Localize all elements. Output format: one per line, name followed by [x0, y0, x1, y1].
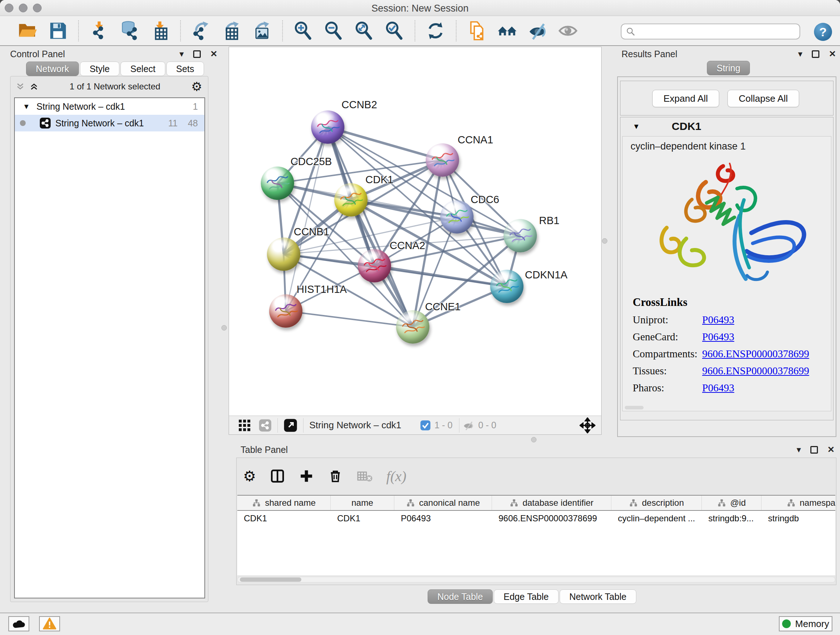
crosslink-link[interactable]: P06493 [702, 382, 734, 394]
export-image-button[interactable] [251, 19, 273, 42]
crosslink-link[interactable]: 9606.ENSP00000378699 [702, 365, 809, 377]
refresh-button[interactable] [424, 19, 447, 42]
panel-menu-icon[interactable]: ▾ [797, 445, 801, 454]
protein-structure-image [633, 158, 821, 288]
table-options-gear-icon[interactable]: ⚙ [243, 468, 256, 485]
column-header-namespace[interactable]: namespace [761, 496, 835, 510]
tab-select[interactable]: Select [120, 62, 165, 76]
selected-checkbox-icon[interactable] [420, 420, 431, 431]
node-rb1[interactable] [504, 219, 537, 252]
import-database-button[interactable] [118, 19, 141, 42]
table-hscrollbar[interactable] [237, 577, 835, 583]
network-selected-status: 1 of 1 Network selected [39, 81, 191, 92]
close-panel-icon[interactable]: ✕ [829, 50, 836, 58]
collapse-all-button[interactable]: Collapse All [728, 90, 799, 107]
grid-view-icon[interactable] [238, 418, 251, 432]
main-toolbar: ? [0, 16, 840, 46]
export-network-button[interactable] [190, 19, 212, 42]
crosslink-link[interactable]: P06493 [702, 331, 734, 343]
save-session-button[interactable] [47, 19, 69, 42]
scrollbar-thumb[interactable] [240, 578, 302, 582]
network-options-gear-icon[interactable]: ⚙ [191, 79, 202, 94]
column-header-sharedname[interactable]: shared name [237, 496, 331, 510]
function-builder-icon[interactable]: f(x) [386, 468, 407, 485]
node-ccna1[interactable] [426, 143, 459, 177]
node-hist1h1a[interactable] [269, 295, 302, 328]
preview-button[interactable] [557, 19, 579, 42]
node-ccnb1[interactable] [267, 238, 300, 271]
tab-node-table[interactable]: Node Table [428, 589, 493, 604]
node-cdc25b[interactable] [261, 166, 294, 200]
edge-ccnb2-ccna1[interactable] [328, 127, 442, 160]
zoom-out-button[interactable] [322, 19, 345, 42]
network-collection-row[interactable]: ▼ String Network – cdk1 1 [15, 98, 204, 115]
column-header-canonicalname[interactable]: canonical name [394, 496, 492, 510]
expand-all-button[interactable]: Expand All [652, 90, 719, 107]
horizontal-splitter-handle[interactable] [531, 437, 537, 442]
node-cdkn1a[interactable] [490, 270, 523, 303]
help-button[interactable]: ? [814, 23, 832, 41]
import-table-button[interactable] [149, 19, 171, 42]
memory-button[interactable]: Memory [779, 616, 832, 631]
column-header-name[interactable]: name [331, 496, 394, 510]
column-header-description[interactable]: description [611, 496, 702, 510]
left-splitter-handle[interactable] [221, 325, 227, 331]
network-name: String Network – cdk1 [55, 118, 144, 128]
delete-table-icon[interactable] [357, 468, 373, 484]
tab-edge-table[interactable]: Edge Table [494, 589, 559, 604]
tab-style[interactable]: Style [80, 62, 120, 76]
search-input[interactable] [621, 24, 800, 40]
scrollbar-thumb[interactable] [625, 406, 644, 409]
node-ccnb2[interactable] [311, 111, 344, 144]
float-panel-icon[interactable] [810, 446, 818, 454]
tab-network[interactable]: Network [26, 62, 79, 76]
panel-menu-icon[interactable]: ▾ [180, 50, 184, 58]
close-panel-icon[interactable]: ✕ [827, 445, 835, 454]
crosslink-link[interactable]: 9606.ENSP00000378699 [702, 348, 809, 360]
search-icon [626, 27, 635, 36]
zoom-fit-button[interactable] [353, 19, 375, 42]
network-canvas[interactable]: CCNB2 CCNA1 CDC25B CDK1 CDC6 RB1CCNB1 [229, 47, 601, 416]
close-panel-icon[interactable]: ✕ [210, 50, 218, 58]
node-cdk1[interactable] [334, 183, 368, 217]
detach-view-icon[interactable] [284, 418, 297, 432]
clone-network-button[interactable] [466, 19, 488, 42]
string-home-button[interactable] [496, 19, 518, 42]
title-bar: Session: New Session [0, 0, 840, 16]
column-header-id[interactable]: @id [702, 496, 761, 510]
tab-string[interactable]: String [707, 61, 750, 75]
network-row[interactable]: String Network – cdk1 11 48 [15, 115, 204, 131]
pan-crosshair-icon[interactable] [579, 417, 595, 433]
edge-ccne1-hist1h1a[interactable] [286, 311, 413, 327]
right-splitter-handle[interactable] [602, 238, 607, 244]
import-network-button[interactable] [88, 19, 111, 42]
add-column-icon[interactable] [299, 469, 314, 484]
table-row[interactable]: CDK1CDK1P064939606.ENSP00000378699cyclin… [237, 511, 835, 526]
node-ccne1[interactable] [396, 310, 429, 344]
show-columns-icon[interactable] [270, 469, 285, 484]
expand-all-icon[interactable] [29, 82, 39, 91]
column-header-databaseidentifier[interactable]: database identifier [492, 496, 611, 510]
export-table-button[interactable] [220, 19, 243, 42]
cloud-status-button[interactable] [8, 616, 29, 631]
birdseye-network-icon[interactable] [259, 419, 272, 432]
panel-menu-icon[interactable]: ▾ [798, 50, 802, 58]
node-ccna2[interactable] [358, 249, 391, 282]
node-cdc6[interactable] [440, 200, 474, 233]
string-home-icon [497, 21, 517, 41]
collection-disclosure-icon[interactable]: ▼ [23, 103, 30, 111]
delete-column-icon[interactable] [328, 469, 343, 484]
open-session-button[interactable] [16, 19, 39, 42]
float-panel-icon[interactable] [193, 50, 201, 58]
crosslink-link[interactable]: P06493 [702, 314, 734, 326]
collapse-all-icon[interactable] [16, 82, 25, 91]
gene-disclosure-icon[interactable]: ▼ [633, 122, 640, 131]
network-view-toolbar: String Network – cdk1 1 - 0 0 - 0 [229, 416, 601, 434]
zoom-selected-button[interactable] [383, 19, 406, 42]
zoom-in-button[interactable] [292, 19, 314, 42]
tab-network-table[interactable]: Network Table [560, 589, 636, 604]
float-panel-icon[interactable] [812, 50, 819, 58]
tab-sets[interactable]: Sets [166, 62, 204, 76]
hide-show-button[interactable] [526, 19, 549, 42]
warnings-button[interactable] [39, 616, 60, 631]
